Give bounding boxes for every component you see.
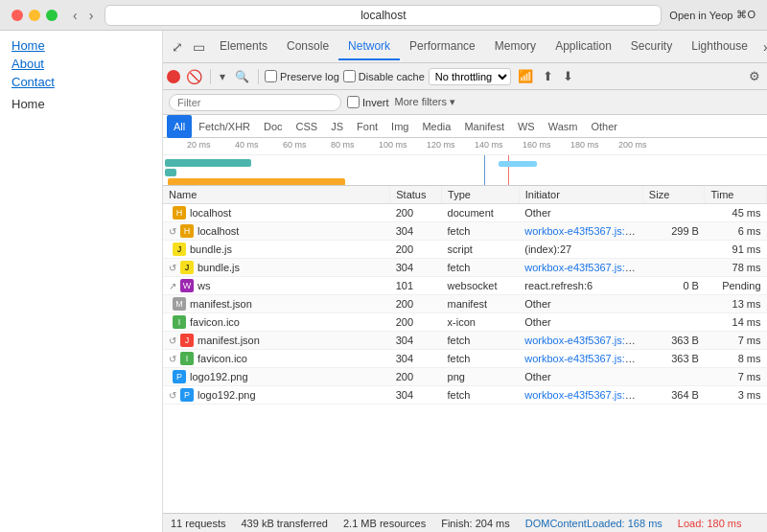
tab-performance[interactable]: Performance: [400, 34, 485, 60]
row-name: localhost: [198, 225, 239, 237]
more-filters-button[interactable]: More filters ▾: [395, 96, 455, 108]
col-header-name[interactable]: Name: [163, 186, 390, 204]
cell-name: ↺ J bundle.js: [163, 259, 390, 277]
back-button[interactable]: ‹: [69, 6, 81, 25]
cell-name: P logo192.png: [163, 368, 390, 386]
mark-40ms: 40 ms: [235, 140, 259, 150]
type-all[interactable]: All: [167, 115, 192, 138]
cell-status: 304: [390, 386, 442, 405]
disable-cache-checkbox[interactable]: [343, 70, 356, 82]
cell-time: 45 ms: [705, 204, 767, 222]
cell-name: J bundle.js: [163, 241, 390, 259]
col-header-time[interactable]: Time: [705, 186, 767, 204]
devtools-inspect-icon[interactable]: ⤢: [167, 35, 188, 58]
table-row[interactable]: ↺ H localhost 304 fetch workbox-e43f5367…: [163, 222, 767, 241]
tab-console[interactable]: Console: [277, 34, 338, 60]
preserve-log-checkbox[interactable]: [265, 70, 277, 82]
file-icon: W: [180, 279, 194, 292]
cell-size: 363 B: [642, 332, 705, 350]
tab-more-button[interactable]: »: [757, 35, 767, 58]
row-name: favicon.ico: [190, 316, 240, 328]
type-img[interactable]: Img: [384, 115, 415, 138]
tab-memory[interactable]: Memory: [485, 34, 546, 60]
invert-label[interactable]: Invert: [347, 96, 389, 108]
network-settings-icon[interactable]: ⚙: [746, 69, 763, 83]
col-header-status[interactable]: Status: [390, 186, 442, 204]
open-in-yeop-button[interactable]: Open in Yeop ⌘O: [669, 9, 755, 21]
col-header-initiator[interactable]: Initiator: [519, 186, 642, 204]
devtools-device-icon[interactable]: ▭: [188, 35, 210, 58]
tab-application[interactable]: Application: [546, 34, 621, 60]
invert-text: Invert: [362, 97, 389, 108]
maximize-button[interactable]: [46, 10, 58, 21]
type-js[interactable]: JS: [324, 115, 350, 138]
table-row[interactable]: I favicon.ico 200 x-icon Other 14 ms: [163, 313, 767, 332]
timeline-bars: [163, 155, 767, 186]
type-fetch-xhr[interactable]: Fetch/XHR: [192, 115, 257, 138]
search-icon-button[interactable]: 🔍: [232, 70, 252, 83]
filter-row: Invert More filters ▾: [163, 90, 767, 115]
type-manifest[interactable]: Manifest: [457, 115, 511, 138]
table-row[interactable]: ↺ J manifest.json 304 fetch workbox-e43f…: [163, 332, 767, 350]
tab-network[interactable]: Network: [338, 34, 400, 60]
record-button[interactable]: [167, 70, 180, 83]
status-bar: 11 requests 439 kB transferred 2.1 MB re…: [163, 513, 767, 532]
disable-cache-label[interactable]: Disable cache: [343, 70, 425, 82]
timeline-bar-3: [168, 178, 345, 186]
cell-size: [642, 313, 705, 332]
download-icon[interactable]: ⬇: [560, 69, 576, 83]
type-wasm[interactable]: Wasm: [542, 115, 585, 138]
type-other[interactable]: Other: [584, 115, 624, 138]
forward-button[interactable]: ›: [85, 6, 98, 25]
preserve-log-label[interactable]: Preserve log: [265, 70, 339, 82]
nav-contact[interactable]: Contact: [12, 75, 151, 89]
mark-60ms: 60 ms: [283, 140, 307, 150]
cell-type: fetch: [442, 259, 520, 277]
nav-about[interactable]: About: [12, 57, 151, 71]
table-row[interactable]: H localhost 200 document Other 45 ms: [163, 204, 767, 222]
type-doc[interactable]: Doc: [257, 115, 290, 138]
filter-input[interactable]: [169, 94, 341, 111]
col-header-type[interactable]: Type: [442, 186, 520, 204]
cell-name: M manifest.json: [163, 295, 390, 313]
devtools-tabbar: ⤢ ▭ Elements Console Network Performance…: [163, 31, 767, 63]
address-bar[interactable]: localhost: [105, 5, 662, 26]
table-row[interactable]: ↗ W ws 101 websocket react.refresh:6 0 B…: [163, 277, 767, 295]
row-name: logo192.png: [190, 371, 248, 382]
table-row[interactable]: ↺ I favicon.ico 304 fetch workbox-e43f53…: [163, 350, 767, 368]
mark-160ms: 160 ms: [523, 140, 551, 150]
cell-name: ↺ I favicon.ico: [163, 350, 390, 368]
wifi-icon[interactable]: 📶: [515, 69, 536, 83]
table-row[interactable]: J bundle.js 200 script (index):27 91 ms: [163, 241, 767, 259]
file-icon: J: [173, 243, 186, 256]
file-icon: I: [173, 315, 186, 329]
cell-initiator: workbox-e43f5367.js:1545: [519, 332, 642, 350]
table-row[interactable]: P logo192.png 200 png Other 7 ms: [163, 368, 767, 386]
file-icon: M: [173, 297, 186, 311]
invert-checkbox[interactable]: [347, 96, 360, 108]
tab-security[interactable]: Security: [621, 34, 682, 60]
cell-time: 13 ms: [705, 295, 767, 313]
minimize-button[interactable]: [29, 10, 40, 21]
keyboard-shortcut: ⌘O: [736, 9, 755, 21]
upload-icon[interactable]: ⬆: [540, 69, 556, 83]
timeline-bar-2: [165, 169, 176, 176]
col-header-size[interactable]: Size: [642, 186, 705, 204]
mark-140ms: 140 ms: [475, 140, 503, 150]
tab-lighthouse[interactable]: Lighthouse: [682, 34, 757, 60]
close-button[interactable]: [12, 10, 23, 21]
filter-icon-button[interactable]: ▾: [217, 70, 228, 83]
type-css[interactable]: CSS: [290, 115, 325, 138]
table-row[interactable]: ↺ P logo192.png 304 fetch workbox-e43f53…: [163, 386, 767, 405]
table-row[interactable]: ↺ J bundle.js 304 fetch workbox-e43f5367…: [163, 259, 767, 277]
table-row[interactable]: M manifest.json 200 manifest Other 13 ms: [163, 295, 767, 313]
type-ws[interactable]: WS: [511, 115, 542, 138]
timeline-bar-1: [165, 159, 251, 167]
nav-home[interactable]: Home: [12, 38, 151, 53]
type-font[interactable]: Font: [350, 115, 384, 138]
type-media[interactable]: Media: [415, 115, 457, 138]
tab-elements[interactable]: Elements: [210, 34, 277, 60]
throttle-select[interactable]: No throttling Slow 3G Fast 3G: [429, 68, 511, 85]
traffic-lights: [12, 10, 58, 21]
clear-button[interactable]: 🚫: [184, 69, 204, 84]
